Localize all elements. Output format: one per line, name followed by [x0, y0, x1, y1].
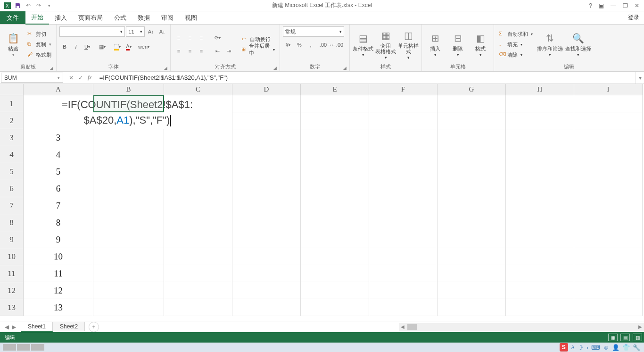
cell[interactable]	[301, 112, 369, 129]
number-format-select[interactable]: 常规▾	[283, 26, 344, 37]
cell[interactable]	[574, 265, 643, 282]
format-cells-button[interactable]: ◧格式▾	[470, 27, 491, 61]
dialog-launcher-icon[interactable]: ◢	[50, 66, 53, 70]
cell[interactable]	[164, 248, 232, 265]
cell[interactable]: 3	[24, 129, 93, 146]
view-normal-icon[interactable]: ▦	[608, 334, 618, 341]
cell[interactable]	[93, 282, 164, 299]
cell[interactable]	[369, 197, 438, 214]
cell[interactable]	[301, 299, 369, 316]
cell[interactable]	[369, 180, 438, 197]
cell[interactable]	[574, 282, 643, 299]
scroll-left-icon[interactable]: ◀	[399, 324, 406, 329]
cell[interactable]	[438, 299, 506, 316]
cell[interactable]	[232, 282, 301, 299]
cell[interactable]	[164, 231, 232, 248]
cell[interactable]	[574, 180, 643, 197]
tab-file[interactable]: 文件	[0, 11, 25, 24]
cell-style-button[interactable]: ◫单元格样式▾	[398, 27, 419, 61]
cell[interactable]	[574, 112, 643, 129]
view-pagebreak-icon[interactable]: ▥	[633, 334, 642, 341]
tab-insert[interactable]: 插入	[49, 11, 73, 24]
cell[interactable]: 6	[24, 180, 93, 197]
cell[interactable]	[574, 163, 643, 180]
cell[interactable]	[93, 299, 164, 316]
inc-decimal-icon[interactable]: .00→	[321, 40, 331, 50]
cell[interactable]	[369, 248, 438, 265]
add-sheet-button[interactable]: +	[89, 322, 99, 332]
cell[interactable]	[232, 180, 301, 197]
dialog-launcher-icon[interactable]: ◢	[343, 66, 347, 70]
cell[interactable]	[369, 163, 438, 180]
cell[interactable]	[438, 95, 506, 112]
sheet-tab-2[interactable]: Sheet2	[53, 322, 85, 331]
ime-lang-indicator[interactable]: A	[571, 344, 575, 351]
cell[interactable]	[369, 95, 438, 112]
cell[interactable]	[93, 163, 164, 180]
cell[interactable]	[232, 163, 301, 180]
horizontal-scrollbar[interactable]: ◀ ▶	[399, 323, 644, 331]
cell[interactable]	[93, 146, 164, 163]
enter-formula-icon[interactable]: ✓	[78, 75, 83, 81]
indent-dec-icon[interactable]: ⇤	[212, 46, 223, 56]
fill-button[interactable]: ↓填充▾	[497, 40, 535, 49]
cell[interactable]	[506, 282, 574, 299]
cell[interactable]	[506, 265, 574, 282]
cell[interactable]	[438, 129, 506, 146]
cell[interactable]	[93, 197, 164, 214]
sheet-nav-prev-icon[interactable]: ◀	[5, 324, 9, 330]
find-select-button[interactable]: 🔍查找和选择▾	[565, 27, 591, 61]
font-grow-icon[interactable]: A↑	[146, 26, 156, 37]
cell-editor[interactable]: =IF(COUNTIF(Sheet2!$A$1: $A$20,A1),"S","…	[24, 95, 231, 129]
cell[interactable]	[164, 299, 232, 316]
insert-cells-button[interactable]: ⊞插入▾	[425, 27, 446, 61]
cell[interactable]	[164, 214, 232, 231]
cell[interactable]	[438, 180, 506, 197]
font-color-button[interactable]: A▾	[124, 42, 134, 52]
painter-button[interactable]: 🖌格式刷	[25, 50, 53, 59]
cell[interactable]	[164, 180, 232, 197]
row-header[interactable]: 2	[0, 112, 24, 129]
tab-layout[interactable]: 页面布局	[73, 11, 108, 24]
cell[interactable]	[369, 231, 438, 248]
cond-format-button[interactable]: ▤条件格式▾	[353, 27, 373, 61]
cell[interactable]: 10	[24, 248, 93, 265]
cell[interactable]	[232, 197, 301, 214]
ribbon-collapse-icon[interactable]: ▣	[599, 2, 604, 9]
dec-decimal-icon[interactable]: ←.00	[332, 40, 342, 50]
row-header[interactable]: 3	[0, 129, 24, 146]
row-header[interactable]: 12	[0, 282, 24, 299]
row-header[interactable]: 4	[0, 146, 24, 163]
row-header[interactable]: 5	[0, 163, 24, 180]
cell[interactable]	[301, 248, 369, 265]
cell[interactable]: 12	[24, 282, 93, 299]
cell[interactable]	[301, 282, 369, 299]
cell[interactable]	[232, 248, 301, 265]
formula-input[interactable]: =IF(COUNTIF(Sheet2!$A$1:$A$20,A1),"S","F…	[97, 72, 636, 84]
clear-button[interactable]: ⌫清除▾	[497, 50, 535, 59]
undo-icon[interactable]: ↶	[25, 2, 32, 9]
cell[interactable]	[506, 248, 574, 265]
cell[interactable]	[506, 95, 574, 112]
redo-icon[interactable]: ↷	[35, 2, 42, 9]
phonetic-button[interactable]: wén▾	[139, 42, 149, 52]
dialog-launcher-icon[interactable]: ◢	[273, 66, 277, 70]
row-header[interactable]: 1	[0, 95, 24, 112]
cut-button[interactable]: ✂剪切	[25, 29, 53, 39]
bold-button[interactable]: B	[59, 42, 70, 52]
column-header[interactable]: B	[93, 84, 164, 95]
column-header[interactable]: G	[438, 84, 506, 95]
cell[interactable]	[232, 214, 301, 231]
cell[interactable]	[574, 231, 643, 248]
cell[interactable]	[164, 282, 232, 299]
column-header[interactable]: H	[506, 84, 574, 95]
currency-icon[interactable]: ¥▾	[283, 40, 293, 50]
row-header[interactable]: 10	[0, 248, 24, 265]
cell[interactable]	[438, 248, 506, 265]
column-header[interactable]: I	[574, 84, 643, 95]
ime-user-icon[interactable]: 👤	[612, 344, 619, 351]
worksheet-grid[interactable]: ABCDEFGHI 12345678910111213 345678910111…	[0, 84, 644, 321]
cell[interactable]	[369, 282, 438, 299]
cell[interactable]	[438, 231, 506, 248]
delete-cells-button[interactable]: ⊟删除▾	[447, 27, 468, 61]
